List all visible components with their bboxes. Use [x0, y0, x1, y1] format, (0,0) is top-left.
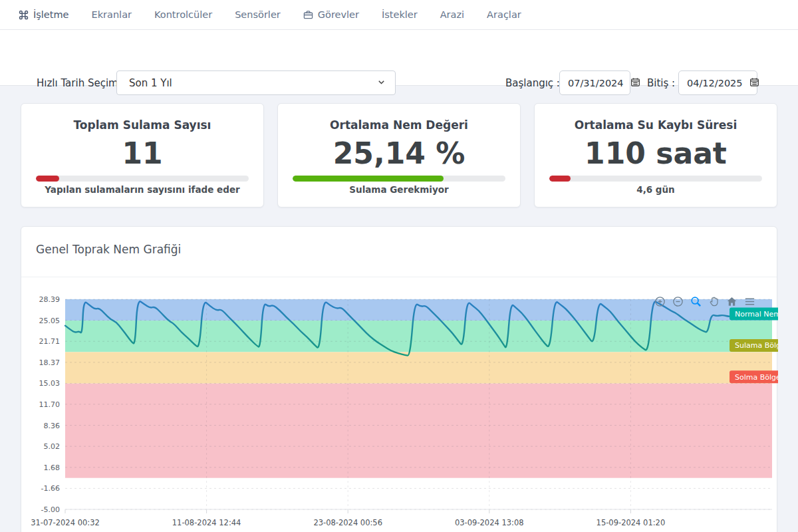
zoom-in-icon[interactable] [654, 295, 666, 307]
x-axis-tick-label: 11-08-2024 12:44 [172, 518, 241, 527]
zone-band [65, 321, 772, 352]
progress-bar [549, 176, 762, 182]
start-date-value: 07/31/2024 [568, 78, 624, 88]
zone-annotation-label: Normal Nem [735, 310, 778, 319]
nav-item-istekler[interactable]: İstekler [382, 9, 418, 20]
progress-bar [293, 176, 505, 182]
y-axis-tick-label: 8.36 [44, 422, 61, 430]
pan-icon[interactable] [708, 295, 720, 307]
y-axis-tick-label: 18.37 [39, 358, 61, 367]
zone-annotation-label: Sulama Bölgesi [735, 341, 778, 350]
end-date-label: Bitiş : [647, 77, 675, 89]
selection-zoom-icon[interactable] [690, 295, 702, 307]
nav-item-kontrolculer[interactable]: Kontrolcüler [154, 9, 212, 20]
start-date-input[interactable]: 07/31/2024 [559, 70, 630, 95]
stat-card-total-irrigation: Toplam Sulama Sayısı 11 Yapılan sulamala… [21, 103, 264, 207]
y-axis-tick-label: 25.05 [39, 317, 61, 325]
nav-item-arazi[interactable]: Arazi [440, 9, 464, 20]
x-axis-tick-label: 03-09-2024 13:08 [455, 518, 524, 527]
nav-label: Görevler [318, 9, 359, 20]
progress-bar-fill [293, 176, 444, 182]
stat-title: Ortalama Su Kaybı Süresi [575, 118, 737, 132]
nav-label: İşletme [33, 9, 69, 20]
stat-title: Ortalama Nem Değeri [330, 118, 468, 132]
nav-label: Araçlar [487, 9, 521, 20]
stat-value: 110 saat [585, 134, 727, 173]
briefcase-icon [303, 10, 313, 20]
stat-value: 25,14 % [333, 134, 466, 173]
top-navbar: İşletme Ekranlar Kontrolcüler Sensörler … [0, 0, 798, 30]
x-axis-tick-label: 15-09-2024 01:20 [597, 518, 666, 527]
nav-item-isletme[interactable]: İşletme [19, 9, 69, 20]
nav-label: Sensörler [235, 9, 281, 20]
progress-bar-fill [36, 176, 59, 182]
nav-item-araclar[interactable]: Araçlar [487, 9, 521, 20]
progress-bar-fill [549, 176, 571, 182]
calendar-icon[interactable] [749, 77, 759, 89]
chart-toolbar [654, 295, 755, 307]
menu-icon[interactable] [743, 295, 755, 307]
quick-date-selected-value: Son 1 Yıl [129, 77, 172, 89]
quick-date-label: Hızlı Tarih Seçimi : [37, 77, 128, 89]
stat-card-average-moisture: Ortalama Nem Değeri 25,14 % Sulama Gerek… [277, 103, 521, 207]
chevron-down-icon [377, 77, 386, 89]
x-axis-tick-label: 31-07-2024 00:32 [31, 518, 100, 527]
nav-item-sensorler[interactable]: Sensörler [235, 9, 281, 20]
y-axis-tick-label: 1.68 [44, 464, 61, 472]
end-date-value: 04/12/2025 [687, 78, 743, 88]
y-axis-tick-label: 21.71 [39, 337, 61, 346]
progress-bar [36, 176, 249, 182]
stat-value: 11 [122, 134, 162, 173]
zone-band [65, 352, 772, 383]
chart-title: Genel Toprak Nem Grafiği [36, 243, 181, 256]
nav-label: Arazi [440, 9, 464, 20]
stat-subtitle: Yapılan sulamaların sayısını ifade eder [45, 184, 239, 195]
zone-band [65, 384, 772, 478]
divider [21, 277, 777, 277]
y-axis-tick-label: 5.02 [44, 442, 61, 451]
y-axis-tick-label: -1.66 [41, 484, 60, 493]
command-icon [19, 10, 29, 20]
nav-item-gorevler[interactable]: Görevler [303, 9, 359, 20]
stat-subtitle: Sulama Gerekmiyor [349, 184, 448, 195]
y-axis-tick-label: 28.39 [39, 295, 61, 304]
stat-subtitle: 4,6 gün [636, 184, 675, 195]
y-axis-tick-label: 15.03 [39, 379, 61, 388]
stat-title: Toplam Sulama Sayısı [74, 118, 211, 132]
home-icon[interactable] [726, 295, 737, 307]
stat-card-water-loss: Ortalama Su Kaybı Süresi 110 saat 4,6 gü… [534, 103, 777, 207]
start-date-label: Başlangıç : [505, 77, 560, 89]
x-axis-tick-label: 23-08-2024 00:56 [313, 518, 382, 527]
nav-label: Ekranlar [92, 9, 132, 20]
nav-label: Kontrolcüler [154, 9, 212, 20]
end-date-input[interactable]: 04/12/2025 [678, 70, 757, 95]
soil-moisture-chart-card: Genel Toprak Nem Grafiği 28.3925.0521.71… [21, 226, 777, 532]
stat-cards-row: Toplam Sulama Sayısı 11 Yapılan sulamala… [21, 103, 777, 207]
soil-moisture-chart: 28.3925.0521.7118.3715.0311.708.365.021.… [21, 289, 778, 532]
y-axis-tick-label: 11.70 [39, 400, 61, 409]
zone-annotation-label: Solma Bölgesi [735, 373, 778, 382]
zoom-out-icon[interactable] [672, 295, 684, 307]
nav-item-ekranlar[interactable]: Ekranlar [92, 9, 132, 20]
y-axis-tick-label: -5.00 [41, 505, 60, 514]
calendar-icon[interactable] [630, 77, 640, 89]
nav-label: İstekler [382, 9, 418, 20]
quick-date-select[interactable]: Son 1 Yıl [116, 70, 396, 95]
date-filter-bar: Hızlı Tarih Seçimi : Son 1 Yıl Başlangıç… [0, 30, 798, 86]
